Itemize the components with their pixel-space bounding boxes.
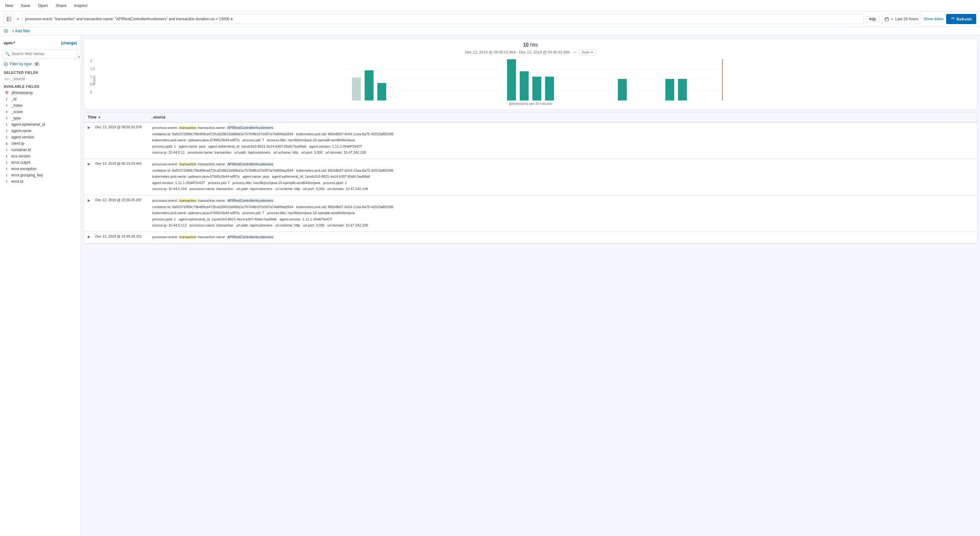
dropdown-chevron-icon xyxy=(16,18,20,21)
nav-save[interactable]: Save xyxy=(20,3,32,8)
field-search-wrap: 🔍 xyxy=(3,49,78,59)
nav-inspect[interactable]: Inspect xyxy=(73,3,89,8)
x-axis-label: @timestamp per 30 minutes xyxy=(89,102,972,105)
svg-rect-2 xyxy=(885,18,889,21)
y-tick-2: 2 xyxy=(90,59,95,63)
field-type[interactable]: t _type xyxy=(0,115,81,121)
svg-rect-17 xyxy=(377,83,386,100)
field-error-grouping-key[interactable]: t error.grouping_key xyxy=(0,172,81,179)
source-type-icon: </> xyxy=(4,77,10,81)
t-icon-ci: t xyxy=(4,148,10,152)
field-timestamp[interactable]: 📅 @timestamp xyxy=(0,89,81,96)
field-error-exception[interactable]: t error.exception xyxy=(0,166,81,172)
field-agent-name[interactable]: t agent.name xyxy=(0,128,81,134)
svg-rect-16 xyxy=(365,70,374,100)
t-icon-ev: t xyxy=(4,154,10,158)
filter-settings-icon[interactable] xyxy=(4,29,8,33)
svg-point-7 xyxy=(5,30,6,32)
field-client-ip[interactable]: ⊞ client.ip xyxy=(0,140,81,147)
auto-chevron-icon xyxy=(591,51,593,54)
collapse-sidebar-button[interactable] xyxy=(76,54,81,60)
nav-share[interactable]: Share xyxy=(54,3,68,8)
content-area: 10 hits Dec 12, 2019 @ 09:45:02.964 - De… xyxy=(81,35,980,536)
nav-open[interactable]: Open xyxy=(37,3,49,8)
query-input-wrap[interactable] xyxy=(22,14,864,24)
expand-row-button[interactable]: ▶ xyxy=(88,198,93,203)
field-source[interactable]: </> _source xyxy=(0,76,81,82)
table-row: ▶ Dec 13, 2019 @ 06:14:20.441 processor.… xyxy=(84,159,977,195)
settings-icon xyxy=(4,29,8,33)
selected-fields-label: Selected fields xyxy=(0,68,81,76)
svg-rect-15 xyxy=(352,78,361,100)
time-cell: Dec 13, 2019 @ 08:50:32.078 xyxy=(95,125,152,129)
svg-rect-20 xyxy=(532,77,541,100)
source-cell: processor.event: transaction transaction… xyxy=(152,125,974,156)
sort-icon: ▼ xyxy=(98,116,101,119)
query-input[interactable] xyxy=(25,17,861,21)
highlight-transaction: transaction xyxy=(179,162,197,166)
show-dates-button[interactable]: Show dates xyxy=(924,17,943,21)
t-icon-av: t xyxy=(4,135,10,139)
refresh-icon xyxy=(951,17,955,21)
index-pattern-icon[interactable] xyxy=(4,14,14,24)
t-icon-type: t xyxy=(4,116,10,120)
histogram-chart: 12:00 15:00 18:00 21:00 00:00 03:00 06:0… xyxy=(99,59,972,100)
chart-date-range: Dec 12, 2019 @ 09:45:02.964 - Dec 13, 20… xyxy=(89,49,972,56)
t-icon-index: t xyxy=(4,104,10,107)
filter-by-type-row[interactable]: Filter by type 0 xyxy=(0,60,81,68)
t-icon-ae: t xyxy=(4,123,10,126)
field-error-id[interactable]: t error.id xyxy=(0,179,81,185)
highlight-api: APIRestController#customers xyxy=(227,199,274,203)
expand-row-button[interactable]: ▶ xyxy=(88,234,93,239)
add-filter-button[interactable]: + Add filter xyxy=(12,29,30,33)
filter-bar: + Add filter xyxy=(0,27,980,35)
svg-rect-22 xyxy=(618,79,627,100)
expand-row-button[interactable]: ▶ xyxy=(88,161,93,166)
svg-rect-23 xyxy=(665,79,674,100)
auto-select[interactable]: Auto xyxy=(579,49,596,56)
svg-point-9 xyxy=(5,63,6,65)
field-index[interactable]: t _index xyxy=(0,102,81,108)
svg-rect-19 xyxy=(520,71,529,100)
date-picker[interactable]: Last 24 hours xyxy=(882,14,921,24)
svg-rect-0 xyxy=(7,17,11,21)
field-score[interactable]: # _score xyxy=(0,108,81,115)
field-container-id[interactable]: t container.id xyxy=(0,147,81,153)
field-id[interactable]: t _id xyxy=(0,96,81,102)
time-cell: Dec 12, 2019 @ 22:44:25.251 xyxy=(95,234,152,238)
search-bar: KQL Last 24 hours Show dates Refresh xyxy=(0,11,980,27)
y-tick-1: 1 xyxy=(90,75,95,78)
kql-badge[interactable]: KQL xyxy=(866,16,879,22)
t-icon-ee: t xyxy=(4,167,10,171)
svg-point-6 xyxy=(5,29,8,33)
table-row: ▶ Dec 12, 2019 @ 23:30:25.297 processor.… xyxy=(84,195,977,232)
top-nav: New Save Open Share Inspect xyxy=(0,0,980,11)
table-header: Time ▼ _source xyxy=(84,112,977,123)
hits-count: 10 hits xyxy=(89,42,972,48)
y-tick-05: 0.5 xyxy=(90,83,95,86)
field-agent-ephemeral[interactable]: t agent.ephemeral_id xyxy=(0,121,81,128)
time-cell: Dec 12, 2019 @ 23:30:25.297 xyxy=(95,198,152,202)
field-search-input[interactable] xyxy=(3,49,78,59)
source-cell: processor.event: transaction transaction… xyxy=(152,161,974,193)
available-fields-label: Available fields xyxy=(0,82,81,89)
nav-new[interactable]: New xyxy=(4,3,14,8)
field-agent-version[interactable]: t agent.version xyxy=(0,134,81,140)
t-icon-egk: t xyxy=(4,173,10,177)
field-ecs-version[interactable]: t ecs.version xyxy=(0,153,81,160)
t-icon-an: t xyxy=(4,129,10,133)
expand-row-button[interactable]: ▶ xyxy=(88,125,93,129)
highlight-api: APIRestController#customers xyxy=(227,162,274,166)
svg-rect-24 xyxy=(678,79,687,100)
highlight-transaction: transaction xyxy=(179,199,197,203)
collapse-icon xyxy=(78,56,80,58)
highlight-transaction: transaction xyxy=(179,126,197,129)
time-column-header[interactable]: Time ▼ xyxy=(88,115,151,120)
change-index-link[interactable]: (change) xyxy=(61,41,77,45)
svg-rect-21 xyxy=(545,77,554,100)
field-error-culprit[interactable]: t error.culprit xyxy=(0,160,81,166)
hash-icon: # xyxy=(4,110,10,114)
chevron-down-icon xyxy=(891,18,893,20)
refresh-button[interactable]: Refresh xyxy=(946,14,976,24)
date-range-label: Last 24 hours xyxy=(895,17,918,21)
